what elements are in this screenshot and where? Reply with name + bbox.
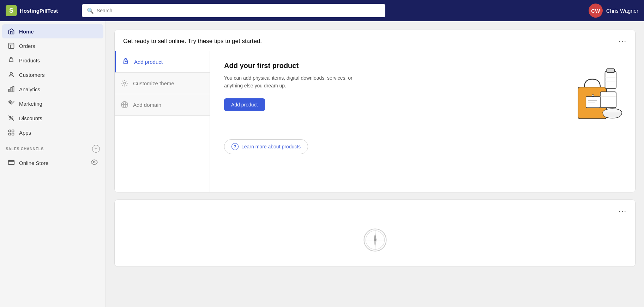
step-label: Add domain [133, 102, 161, 108]
sidebar-item-label: Products [19, 57, 40, 63]
online-store-label: Online Store [19, 160, 48, 166]
add-product-icon [121, 57, 130, 66]
sidebar-item-marketing[interactable]: Marketing [2, 97, 103, 111]
search-input[interactable] [97, 8, 380, 13]
compass-illustration [363, 228, 387, 252]
sidebar-item-online-store[interactable]: Online Store [2, 155, 103, 171]
sidebar-item-label: Analytics [19, 86, 40, 92]
sidebar-item-analytics[interactable]: Analytics [2, 82, 103, 96]
svg-point-12 [94, 161, 95, 163]
search-bar[interactable]: 🔍 [82, 4, 385, 17]
svg-rect-10 [12, 133, 14, 135]
svg-rect-8 [12, 130, 14, 132]
add-sales-channel-button[interactable]: + [92, 145, 100, 153]
avatar[interactable]: CW [589, 4, 603, 18]
add-product-button[interactable]: Add product [224, 98, 265, 111]
card-more-options-button[interactable]: ··· [619, 37, 627, 45]
svg-rect-24 [605, 71, 616, 89]
help-circle-icon: ? [231, 143, 239, 150]
orders-icon [8, 42, 15, 49]
card2-more-options-button[interactable]: ··· [619, 207, 627, 215]
step-add-domain[interactable]: Add domain [115, 94, 210, 116]
svg-rect-4 [13, 87, 14, 92]
store-name: HostingPillTest [20, 8, 58, 14]
steps-list: Add product Customize theme [115, 51, 210, 192]
learn-more-button[interactable]: ? Learn more about products [224, 139, 308, 154]
sidebar-item-home[interactable]: Home [2, 24, 103, 38]
analytics-icon [8, 86, 15, 93]
main-content: Get ready to sell online. Try these tips… [106, 21, 644, 307]
sidebar-item-label: Home [19, 29, 34, 35]
svg-rect-21 [600, 92, 616, 108]
card-header: Get ready to sell online. Try these tips… [115, 30, 635, 51]
svg-rect-16 [586, 97, 601, 108]
sidebar-item-label: Discounts [19, 115, 42, 121]
products-icon [8, 57, 15, 64]
add-domain-icon [120, 100, 129, 109]
user-area: CW Chris Wagner [589, 4, 638, 18]
svg-rect-9 [9, 133, 11, 135]
step-content-area: Add your first product You can add physi… [210, 51, 635, 192]
sidebar-item-label: Orders [19, 43, 35, 49]
svg-rect-0 [9, 43, 14, 49]
apps-icon [8, 129, 15, 136]
sidebar-item-orders[interactable]: Orders [2, 39, 103, 53]
customers-icon [8, 71, 15, 78]
main-layout: Home Orders Products [0, 21, 644, 307]
sidebar-item-customers[interactable]: Customers [2, 68, 103, 82]
marketing-icon [8, 100, 15, 107]
sales-channels-section: SALES CHANNELS + [0, 140, 106, 155]
svg-rect-7 [9, 130, 11, 132]
steps-layout: Add product Customize theme [115, 51, 635, 192]
svg-rect-2 [9, 89, 10, 92]
card-title: Get ready to sell online. Try these tips… [123, 38, 262, 45]
svg-point-1 [10, 72, 13, 75]
visibility-icon[interactable] [91, 159, 98, 167]
second-card-partial: ··· [114, 199, 636, 267]
svg-rect-3 [11, 88, 12, 92]
step-customize-theme[interactable]: Customize theme [115, 73, 210, 94]
step-content-text: Add your first product You can add physi… [224, 62, 372, 154]
sidebar-item-label: Customers [19, 72, 45, 78]
svg-point-18 [592, 95, 594, 97]
online-store-icon [8, 159, 15, 167]
step-label: Customize theme [133, 80, 174, 86]
shopify-logo-icon: S [6, 5, 17, 16]
sidebar-item-label: Marketing [19, 101, 42, 107]
customize-theme-icon [120, 79, 129, 87]
home-icon [8, 28, 15, 35]
step-content-title: Add your first product [224, 62, 372, 70]
user-name: Chris Wagner [606, 8, 638, 14]
getting-started-card: Get ready to sell online. Try these tips… [114, 30, 636, 192]
sidebar-item-apps[interactable]: Apps [2, 125, 103, 140]
logo-area[interactable]: S HostingPillTest [6, 5, 76, 16]
sidebar-item-label: Apps [19, 130, 31, 136]
step-content-description: You can add physical items, digital down… [224, 74, 372, 90]
svg-point-13 [124, 82, 126, 84]
learn-more-label: Learn more about products [241, 144, 301, 149]
sidebar: Home Orders Products [0, 21, 106, 307]
top-navigation: S HostingPillTest 🔍 CW Chris Wagner [0, 0, 644, 21]
sidebar-item-products[interactable]: Products [2, 53, 103, 67]
step-add-product[interactable]: Add product [115, 51, 210, 73]
step-label: Add product [134, 59, 163, 65]
discounts-icon [8, 115, 15, 122]
product-illustration [559, 62, 622, 125]
search-icon: 🔍 [87, 7, 94, 14]
svg-rect-11 [8, 160, 14, 165]
sidebar-item-discounts[interactable]: Discounts [2, 111, 103, 125]
svg-point-34 [374, 239, 376, 241]
svg-rect-25 [607, 69, 615, 73]
